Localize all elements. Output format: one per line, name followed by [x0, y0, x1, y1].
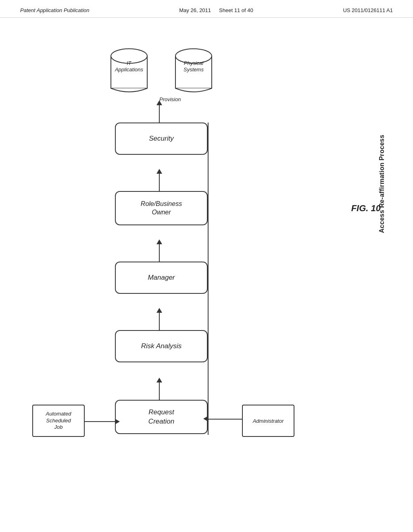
request-box-label: RequestCreation: [148, 408, 174, 426]
sheet-label: Sheet 11 of 40: [219, 7, 253, 13]
arrow-automated-to-request: [85, 419, 120, 424]
security-box: Security: [115, 123, 208, 155]
manager-box: Manager: [115, 262, 208, 294]
it-applications-label: ITApplications: [115, 60, 143, 73]
administrator-label: Administrator: [253, 418, 284, 424]
security-box-label: Security: [149, 134, 173, 143]
manager-box-label: Manager: [148, 273, 175, 282]
process-label: Access Re-affirmation Process: [378, 135, 386, 233]
administrator-box: Administrator: [242, 405, 294, 437]
role-box: Role/BusinessOwner: [115, 191, 208, 225]
page-header: Patent Application Publication May 26, 2…: [0, 0, 413, 18]
date-label: May 26, 2011: [179, 7, 211, 13]
publication-label: Patent Application Publication: [20, 7, 90, 13]
diagram-area: ITApplications PhysicalSystems Provision…: [0, 18, 413, 526]
risk-box-label: Risk Analysis: [141, 342, 181, 351]
right-border-line: [208, 123, 209, 435]
risk-box: Risk Analysis: [115, 330, 208, 362]
request-box: RequestCreation: [115, 400, 208, 434]
physical-systems-cylinder: PhysicalSystems: [173, 48, 214, 94]
physical-systems-label: PhysicalSystems: [184, 60, 204, 73]
it-applications-cylinder: ITApplications: [109, 48, 149, 94]
patent-label: US 2011/0126111 A1: [343, 7, 393, 13]
arrow-admin-to-request: [208, 419, 242, 420]
role-box-label: Role/BusinessOwner: [141, 200, 182, 217]
header-center: May 26, 2011 Sheet 11 of 40: [179, 7, 253, 13]
arrow-security-to-provision: [156, 100, 162, 125]
figure-label: FIG. 10: [351, 203, 381, 214]
automated-job-label: AutomatedScheduledJob: [46, 411, 71, 431]
automated-job-box: AutomatedScheduledJob: [32, 405, 85, 437]
provision-label: Provision: [159, 96, 181, 102]
